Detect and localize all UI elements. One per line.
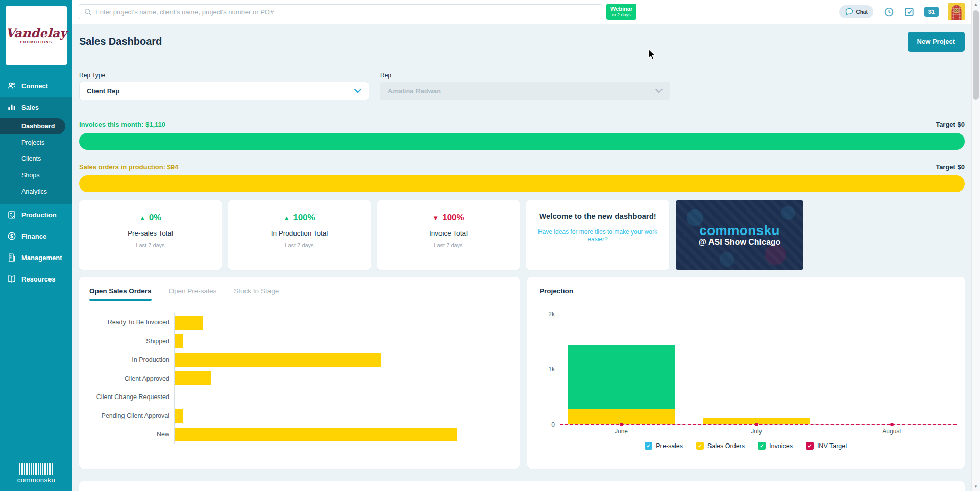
- category-label: In Production: [89, 356, 174, 363]
- sidebar-item-analytics[interactable]: Analytics: [0, 183, 72, 200]
- scroll-up-icon[interactable]: ▲: [972, 2, 980, 7]
- legend-pre-sales[interactable]: ✓Pre-sales: [645, 442, 683, 450]
- invoices-progress-label: Invoices this month: $1,110: [79, 121, 165, 128]
- welcome-feedback-link[interactable]: Have ideas for more tiles to make your w…: [533, 228, 662, 243]
- scroll-down-icon[interactable]: ▼: [972, 484, 980, 489]
- legend-sales-orders[interactable]: ✓Sales Orders: [696, 442, 745, 450]
- bar-pending-client-approval[interactable]: [175, 409, 183, 423]
- rep-type-label: Rep Type: [79, 72, 369, 79]
- sidebar-item-connect[interactable]: Connect: [0, 75, 72, 97]
- trend-up-icon: ▲: [139, 214, 146, 222]
- webinar-badge[interactable]: Webinar in 2 days: [606, 4, 636, 20]
- sidebar-item-resources[interactable]: Resources: [0, 268, 72, 290]
- book-icon: [7, 274, 16, 284]
- in-production-total-card[interactable]: ▲100% In Production Total Last 7 days: [228, 200, 371, 270]
- invoices-progress-bar[interactable]: [79, 133, 965, 150]
- commonsku-logo-label: commonsku: [17, 476, 56, 484]
- notification-count-badge[interactable]: 31: [924, 7, 939, 17]
- scrollbar-thumb[interactable]: [973, 10, 979, 100]
- sidebar-item-projects[interactable]: Projects: [0, 134, 72, 151]
- commonsku-promo-tile[interactable]: commonsku @ ASI Show Chicago: [676, 200, 803, 270]
- sidebar-item-label: Management: [21, 254, 62, 262]
- sidebar-item-production[interactable]: Production: [0, 204, 72, 225]
- bar-june-sales-orders[interactable]: [568, 409, 675, 424]
- category-label: Pending Client Approval: [89, 412, 174, 419]
- chat-button[interactable]: Chat: [839, 5, 873, 18]
- page-title: Sales Dashboard: [79, 36, 162, 48]
- webinar-title: Webinar: [610, 6, 632, 12]
- checkbox-icon: ✓: [806, 442, 814, 450]
- stat-percent: 0%: [149, 213, 162, 222]
- main-area: Webinar in 2 days Chat 31: [72, 0, 971, 491]
- bar-client-approved[interactable]: [175, 371, 211, 385]
- rep-label: Rep: [380, 72, 670, 79]
- sidebar-item-label: Finance: [21, 232, 46, 240]
- reports-footer: Reports Sales Dash Sales Rep Commissions…: [79, 481, 965, 491]
- company-logo-secondary: PROMOTIONS: [20, 40, 53, 44]
- clock-icon: [884, 7, 894, 17]
- rep-type-filter: Rep Type Client Rep: [79, 72, 369, 100]
- tab-open-pre-sales[interactable]: Open Pre-sales: [169, 287, 217, 301]
- chevron-down-icon: [354, 89, 361, 93]
- company-logo[interactable]: Vandelay PROMOTIONS: [6, 6, 67, 65]
- bar-ready-to-be-invoiced[interactable]: [175, 316, 203, 330]
- presales-total-card[interactable]: ▲0% Pre-sales Total Last 7 days: [79, 200, 222, 270]
- stat-period: Last 7 days: [377, 242, 520, 248]
- inv-target-point-june: [620, 423, 623, 426]
- sales-orders-progress-bar[interactable]: [79, 175, 965, 192]
- welcome-card: Welcome to the new dashboard! Have ideas…: [526, 200, 669, 270]
- subnav-label: Clients: [21, 155, 41, 162]
- subnav-label: Projects: [21, 139, 44, 146]
- rep-type-select[interactable]: Client Rep: [79, 82, 369, 100]
- chart-row: Ready To Be Invoiced: [89, 313, 509, 332]
- subnav-label: Shops: [21, 172, 39, 179]
- sidebar-item-label: Sales: [21, 104, 39, 111]
- sidebar-item-label: Connect: [21, 82, 48, 90]
- tab-open-sales-orders[interactable]: Open Sales Orders: [89, 287, 152, 301]
- sidebar-item-finance[interactable]: Finance: [0, 225, 72, 247]
- category-label: Client Change Requested: [89, 393, 174, 401]
- bar-shipped[interactable]: [175, 334, 183, 348]
- sidebar-item-dashboard[interactable]: Dashboard: [0, 118, 65, 134]
- search-input[interactable]: [79, 4, 602, 19]
- sidebar-item-sales[interactable]: Sales: [0, 97, 72, 118]
- topbar: Webinar in 2 days Chat 31: [72, 0, 971, 24]
- promo-title: commonsku: [699, 223, 780, 238]
- tasks-button[interactable]: [904, 7, 914, 17]
- sidebar-item-clients[interactable]: Clients: [0, 151, 72, 167]
- trend-up-icon: ▲: [283, 214, 290, 222]
- x-label-june: June: [598, 428, 644, 435]
- bar-chart-icon: [7, 103, 16, 112]
- dollar-circle-icon: [7, 231, 16, 241]
- tab-stuck-in-stage[interactable]: Stuck In Stage: [234, 287, 279, 301]
- building-icon: [7, 253, 16, 262]
- legend-invoices[interactable]: ✓Invoices: [758, 442, 793, 450]
- user-avatar[interactable]: [948, 3, 965, 20]
- sidebar-item-shops[interactable]: Shops: [0, 167, 72, 183]
- sidebar-item-label: Resources: [21, 275, 55, 283]
- bar-new[interactable]: [175, 428, 457, 441]
- webinar-subtitle: in 2 days: [610, 12, 632, 18]
- new-project-button[interactable]: New Project: [908, 32, 965, 52]
- chart-row: Client Approved: [89, 369, 509, 388]
- legend-label: Pre-sales: [656, 442, 683, 450]
- content: Sales Dashboard New Project Rep Type Cli…: [72, 24, 971, 491]
- stat-period: Last 7 days: [79, 242, 222, 248]
- check-square-icon: [904, 7, 914, 17]
- stat-percent: 100%: [442, 213, 464, 222]
- subnav-label: Dashboard: [21, 123, 55, 130]
- inv-target-point-july: [755, 423, 758, 426]
- vertical-scrollbar[interactable]: ▲ ▼: [971, 0, 980, 491]
- clock-button[interactable]: [884, 7, 894, 17]
- orders-tabs: Open Sales Orders Open Pre-sales Stuck I…: [89, 287, 509, 301]
- rep-value: Amalina Radwan: [388, 87, 441, 95]
- invoice-total-card[interactable]: ▼100% Invoice Total Last 7 days: [377, 200, 520, 270]
- sidebar-item-management[interactable]: Management: [0, 247, 72, 268]
- legend-inv-target[interactable]: ✓INV Target: [806, 442, 847, 450]
- category-label: Ready To Be Invoiced: [89, 319, 174, 326]
- avatar-image: [948, 3, 965, 20]
- checkbox-icon: ✓: [696, 442, 704, 450]
- category-label: Client Approved: [89, 375, 174, 382]
- bar-june-invoices[interactable]: [568, 345, 675, 409]
- bar-in-production[interactable]: [175, 353, 381, 367]
